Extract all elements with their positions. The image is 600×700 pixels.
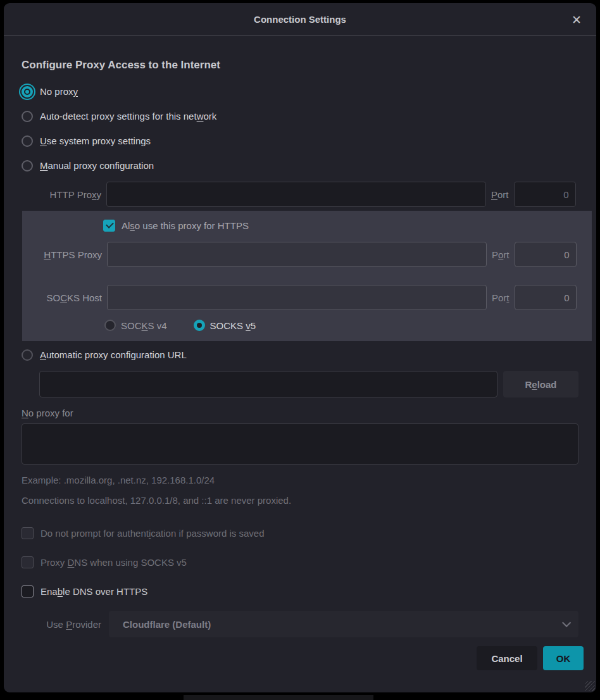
radio-label-no-proxy[interactable]: No proxy: [40, 86, 78, 97]
socks-version-row: SOCKS v4 SOCKS v5: [104, 317, 578, 334]
radio-label-auto-detect[interactable]: Auto-detect proxy settings for this netw…: [40, 111, 216, 122]
radio-icon-socks-v4[interactable]: [104, 320, 116, 331]
radio-label-socks-v4[interactable]: SOCKS v4: [121, 320, 167, 331]
no-proxy-note-text: Connections to localhost, 127.0.0.1/8, a…: [22, 494, 578, 507]
enable-doh-checkbox[interactable]: [22, 585, 34, 597]
no-proxy-for-textarea[interactable]: [22, 423, 578, 465]
radio-icon-manual-proxy[interactable]: [22, 160, 33, 172]
socks-host-row: SOCKS Host Port: [22, 284, 578, 311]
use-provider-label: Use Provider: [22, 619, 106, 630]
also-use-https-checkbox[interactable]: [103, 220, 115, 232]
also-use-https-row[interactable]: Also use this proxy for HTTPS: [103, 217, 578, 234]
provider-dropdown[interactable]: Cloudflare (Default): [109, 611, 578, 637]
https-proxy-input[interactable]: [107, 242, 487, 267]
resize-handle[interactable]: [585, 681, 595, 691]
radio-label-socks-v5[interactable]: SOCKS v5: [210, 320, 256, 331]
no-proxy-for-label: No proxy for: [22, 408, 578, 418]
also-use-https-label[interactable]: Also use this proxy for HTTPS: [122, 220, 249, 231]
background-page-strip: [184, 695, 373, 700]
radio-icon-socks-v5[interactable]: [194, 320, 205, 331]
http-port-input[interactable]: [514, 182, 576, 207]
radio-icon-auto-config-url[interactable]: [22, 349, 33, 361]
radio-auto-detect[interactable]: Auto-detect proxy settings for this netw…: [22, 104, 578, 128]
socks-host-label: SOCKS Host: [22, 292, 107, 303]
option-proxy-dns-socks5[interactable]: Proxy DNS when using SOCKS v5: [22, 554, 578, 570]
option-enable-doh[interactable]: Enable DNS over HTTPS: [22, 583, 578, 599]
page-title: Configure Proxy Access to the Internet: [22, 59, 578, 72]
http-port-label: Port: [491, 189, 509, 200]
radio-icon-auto-detect[interactable]: [22, 111, 33, 122]
radio-no-proxy[interactable]: No proxy: [22, 79, 578, 104]
dialog-footer: Cancel OK: [22, 646, 584, 670]
https-port-label: Port: [492, 249, 509, 260]
radio-manual-proxy[interactable]: Manual proxy configuration: [22, 153, 578, 178]
no-proxy-example-text: Example: .mozilla.org, .net.nz, 192.168.…: [22, 474, 578, 487]
https-port-input[interactable]: [515, 242, 577, 267]
radio-label-system-proxy[interactable]: Use system proxy settings: [40, 135, 151, 146]
provider-dropdown-value: Cloudflare (Default): [123, 619, 562, 630]
radio-icon-system-proxy[interactable]: [22, 135, 33, 147]
proxy-dns-socks5-checkbox[interactable]: [22, 556, 34, 568]
no-prompt-auth-checkbox[interactable]: [22, 527, 34, 539]
radio-auto-config-url[interactable]: Automatic proxy configuration URL: [22, 342, 578, 367]
proxy-dns-socks5-label[interactable]: Proxy DNS when using SOCKS v5: [41, 557, 187, 568]
chevron-down-icon: [562, 618, 571, 627]
dialog-titlebar: Connection Settings ✕: [4, 3, 596, 36]
dialog-title: Connection Settings: [254, 14, 346, 25]
close-icon[interactable]: ✕: [568, 11, 585, 28]
enable-doh-label[interactable]: Enable DNS over HTTPS: [41, 586, 147, 597]
option-no-prompt-auth[interactable]: Do not prompt for authentication if pass…: [22, 525, 578, 541]
radio-label-auto-config-url[interactable]: Automatic proxy configuration URL: [40, 349, 187, 360]
socks-host-input[interactable]: [107, 285, 487, 310]
cancel-button[interactable]: Cancel: [477, 646, 537, 670]
http-proxy-input[interactable]: [106, 182, 486, 207]
no-prompt-auth-label[interactable]: Do not prompt for authentication if pass…: [41, 528, 265, 539]
https-socks-highlight-band: Also use this proxy for HTTPS HTTPS Prox…: [22, 211, 592, 341]
auto-config-url-input[interactable]: [39, 371, 497, 397]
https-proxy-row: HTTPS Proxy Port: [22, 241, 578, 268]
socks-port-input[interactable]: [515, 285, 577, 310]
auto-config-url-row: Reload: [39, 371, 578, 397]
connection-settings-dialog: Connection Settings ✕ Configure Proxy Ac…: [4, 3, 596, 692]
radio-icon-no-proxy[interactable]: [22, 86, 33, 97]
ok-button[interactable]: OK: [543, 646, 584, 670]
radio-label-manual-proxy[interactable]: Manual proxy configuration: [40, 160, 154, 171]
radio-system-proxy[interactable]: Use system proxy settings: [22, 128, 578, 153]
reload-button[interactable]: Reload: [503, 371, 578, 397]
socks-port-label: Port: [492, 292, 509, 303]
http-proxy-row: HTTP Proxy Port: [22, 181, 578, 208]
provider-row: Use Provider Cloudflare (Default): [22, 611, 578, 637]
https-proxy-label: HTTPS Proxy: [22, 249, 107, 260]
http-proxy-label: HTTP Proxy: [22, 189, 106, 200]
